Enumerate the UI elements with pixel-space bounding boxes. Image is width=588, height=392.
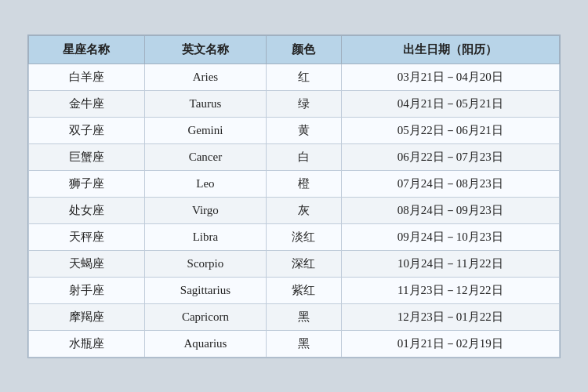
cell-en: Gemini <box>144 117 266 143</box>
cell-en: Virgo <box>144 197 266 223</box>
cell-en: Leo <box>144 170 266 197</box>
col-header-color: 颜色 <box>266 35 341 64</box>
cell-zh: 处女座 <box>29 197 145 223</box>
cell-date: 08月24日－09月23日 <box>341 197 559 223</box>
table-row: 天秤座Libra淡红09月24日－10月23日 <box>29 223 560 250</box>
cell-color: 黑 <box>266 303 341 330</box>
cell-date: 10月24日－11月22日 <box>341 250 559 277</box>
col-header-en: 英文名称 <box>144 35 266 64</box>
cell-en: Capricorn <box>144 303 266 330</box>
cell-color: 白 <box>266 143 341 170</box>
cell-zh: 白羊座 <box>29 64 145 90</box>
cell-zh: 水瓶座 <box>29 330 145 357</box>
cell-color: 深红 <box>266 250 341 277</box>
cell-en: Sagittarius <box>144 277 266 303</box>
table-header-row: 星座名称 英文名称 颜色 出生日期（阳历） <box>29 35 560 64</box>
col-header-date: 出生日期（阳历） <box>341 35 559 64</box>
cell-zh: 巨蟹座 <box>29 143 145 170</box>
zodiac-table: 星座名称 英文名称 颜色 出生日期（阳历） 白羊座Aries红03月21日－04… <box>28 35 560 358</box>
table-row: 金牛座Taurus绿04月21日－05月21日 <box>29 90 560 117</box>
cell-en: Aquarius <box>144 330 266 357</box>
cell-date: 04月21日－05月21日 <box>341 90 559 117</box>
cell-color: 灰 <box>266 197 341 223</box>
cell-en: Libra <box>144 223 266 250</box>
cell-date: 07月24日－08月23日 <box>341 170 559 197</box>
table-row: 处女座Virgo灰08月24日－09月23日 <box>29 197 560 223</box>
cell-en: Scorpio <box>144 250 266 277</box>
table-row: 双子座Gemini黄05月22日－06月21日 <box>29 117 560 143</box>
cell-zh: 双子座 <box>29 117 145 143</box>
table-row: 狮子座Leo橙07月24日－08月23日 <box>29 170 560 197</box>
table-row: 摩羯座Capricorn黑12月23日－01月22日 <box>29 303 560 330</box>
cell-zh: 摩羯座 <box>29 303 145 330</box>
cell-zh: 射手座 <box>29 277 145 303</box>
cell-date: 03月21日－04月20日 <box>341 64 559 90</box>
cell-color: 淡红 <box>266 223 341 250</box>
cell-zh: 天蝎座 <box>29 250 145 277</box>
cell-en: Aries <box>144 64 266 90</box>
col-header-zh: 星座名称 <box>29 35 145 64</box>
cell-color: 黑 <box>266 330 341 357</box>
cell-en: Taurus <box>144 90 266 117</box>
cell-zh: 金牛座 <box>29 90 145 117</box>
cell-zh: 天秤座 <box>29 223 145 250</box>
table-row: 巨蟹座Cancer白06月22日－07月23日 <box>29 143 560 170</box>
cell-date: 05月22日－06月21日 <box>341 117 559 143</box>
cell-color: 红 <box>266 64 341 90</box>
cell-date: 06月22日－07月23日 <box>341 143 559 170</box>
zodiac-table-container: 星座名称 英文名称 颜色 出生日期（阳历） 白羊座Aries红03月21日－04… <box>27 34 561 358</box>
cell-color: 紫红 <box>266 277 341 303</box>
table-row: 射手座Sagittarius紫红11月23日－12月22日 <box>29 277 560 303</box>
cell-date: 09月24日－10月23日 <box>341 223 559 250</box>
cell-color: 黄 <box>266 117 341 143</box>
table-row: 水瓶座Aquarius黑01月21日－02月19日 <box>29 330 560 357</box>
cell-date: 11月23日－12月22日 <box>341 277 559 303</box>
cell-date: 12月23日－01月22日 <box>341 303 559 330</box>
cell-color: 橙 <box>266 170 341 197</box>
table-row: 天蝎座Scorpio深红10月24日－11月22日 <box>29 250 560 277</box>
cell-date: 01月21日－02月19日 <box>341 330 559 357</box>
cell-color: 绿 <box>266 90 341 117</box>
table-body: 白羊座Aries红03月21日－04月20日金牛座Taurus绿04月21日－0… <box>29 64 560 357</box>
cell-zh: 狮子座 <box>29 170 145 197</box>
table-row: 白羊座Aries红03月21日－04月20日 <box>29 64 560 90</box>
cell-en: Cancer <box>144 143 266 170</box>
